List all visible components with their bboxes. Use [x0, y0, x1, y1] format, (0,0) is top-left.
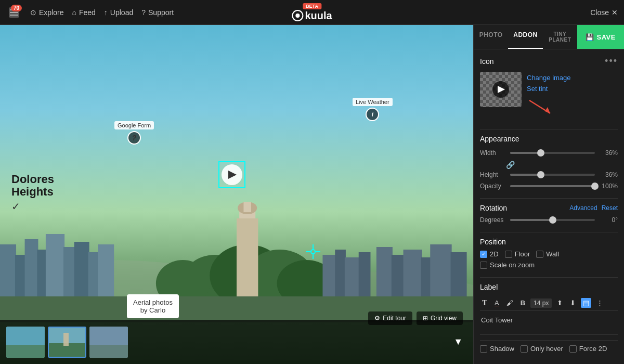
change-image-link[interactable]: Change image [527, 74, 571, 82]
more-options-button[interactable]: ••• [605, 56, 618, 67]
degrees-slider-row: Degrees 0° [480, 216, 618, 224]
advanced-link[interactable]: Advanced [569, 204, 597, 212]
tab-tiny-planet[interactable]: TINY PLANET [543, 25, 577, 49]
opacity-slider-fill [510, 185, 595, 187]
compass-icon: ⊙ [30, 8, 36, 17]
align-right-button[interactable]: ▤ [581, 298, 591, 308]
crosshair-control[interactable] [306, 244, 320, 259]
degrees-slider-thumb[interactable] [549, 216, 556, 224]
beta-badge: BETA [303, 3, 321, 9]
nav-support[interactable]: ? Support [141, 8, 174, 17]
svg-rect-43 [63, 333, 69, 346]
save-button[interactable]: 💾 SAVE [577, 25, 624, 49]
height-slider-fill [510, 174, 541, 176]
svg-rect-20 [237, 218, 258, 302]
font-size-display: 14 px [530, 298, 552, 308]
filmstrip-thumb-2[interactable] [48, 327, 86, 358]
opacity-slider[interactable] [510, 185, 595, 187]
tab-photo[interactable]: PHOTO [474, 25, 508, 49]
home-icon: ⌂ [72, 8, 76, 17]
rotation-actions: Advanced Reset [569, 204, 618, 212]
height-slider[interactable] [510, 174, 595, 176]
crosshair-icon [306, 244, 320, 259]
width-slider-row: Width 36% [480, 149, 618, 157]
checkbox-shadow[interactable]: Shadow [480, 345, 514, 353]
checkbox-only-hover-box[interactable] [521, 345, 528, 353]
app-logo: BETA kuula [292, 3, 332, 22]
nav-explore[interactable]: ⊙ Explore [30, 8, 63, 17]
annotation-google-form[interactable]: Google Form ? [114, 121, 154, 145]
play-button[interactable] [222, 164, 242, 185]
label-text-value[interactable]: Coit Tower [480, 314, 618, 326]
checkbox-only-hover[interactable]: Only hover [521, 345, 563, 353]
upload-icon: ↑ [104, 8, 108, 17]
height-slider-row: Height 36% [480, 171, 618, 178]
height-slider-thumb[interactable] [537, 171, 544, 178]
photo-label-box: Aerial photosby Carlo [127, 294, 179, 318]
width-slider[interactable] [510, 152, 595, 154]
logo-eye-icon [292, 10, 303, 21]
degrees-slider[interactable] [510, 219, 595, 221]
label-title: Label [480, 283, 618, 291]
checkbox-2d-label: 2D [490, 250, 499, 258]
checkbox-2d-box[interactable] [480, 251, 487, 258]
more-format-button[interactable]: ⋮ [594, 298, 605, 308]
font-color-button[interactable]: A [492, 298, 501, 308]
rotation-header: Rotation Advanced Reset [480, 204, 618, 212]
checkbox-scale-on-zoom[interactable]: Scale on zoom [480, 261, 618, 269]
notification-badge[interactable]: 70 [6, 5, 22, 20]
red-arrow-indicator [527, 98, 571, 121]
panorama-viewer[interactable]: Google Form ? Live Weather i DoloresHeig… [0, 25, 473, 364]
divider-5 [480, 334, 618, 335]
degrees-slider-fill [510, 219, 553, 221]
checkbox-floor-label: Floor [515, 250, 530, 258]
main-content: Google Form ? Live Weather i DoloresHeig… [0, 25, 624, 364]
close-button[interactable]: Close ✕ [590, 8, 618, 17]
width-slider-thumb[interactable] [537, 149, 544, 157]
tab-addon[interactable]: ADDON [508, 25, 542, 49]
video-annotation-coit-tower[interactable] [218, 161, 245, 188]
set-tint-link[interactable]: Set tint [527, 85, 571, 93]
annotation-label: Live Weather [353, 98, 393, 106]
location-name: DoloresHeights [11, 173, 54, 198]
filmstrip: ▼ [0, 320, 473, 364]
link-icon: 🔗 [506, 161, 515, 169]
checkbox-floor[interactable]: Floor [505, 250, 530, 258]
checkbox-floor-box[interactable] [505, 251, 512, 258]
nav-feed[interactable]: ⌂ Feed [72, 8, 95, 17]
checkbox-scale-label: Scale on zoom [490, 261, 535, 269]
bold-button[interactable]: B [518, 298, 527, 308]
icon-preview-box [480, 72, 522, 107]
nav-upload[interactable]: ↑ Upload [104, 8, 133, 17]
reset-link[interactable]: Reset [602, 204, 618, 212]
svg-rect-1 [10, 12, 18, 13]
align-middle-button[interactable]: ⬇ [568, 298, 578, 308]
checkbox-wall-box[interactable] [536, 251, 543, 258]
filmstrip-thumb-3[interactable] [89, 327, 128, 358]
annotation-label: Google Form [114, 121, 154, 129]
checkbox-scale-box[interactable] [480, 262, 487, 269]
height-label: Height [480, 171, 506, 178]
degrees-value: 0° [599, 216, 618, 224]
text-formatting-toolbar: T A 🖌 B 14 px ⬆ ⬇ ▤ ⋮ [480, 295, 618, 311]
city-landscape [0, 166, 473, 322]
scroll-down-button[interactable]: ▼ [453, 336, 463, 347]
annotation-live-weather[interactable]: Live Weather i [353, 98, 393, 121]
svg-rect-2 [10, 15, 18, 16]
align-top-button[interactable]: ⬆ [555, 298, 565, 308]
label-section: Label T A 🖌 B 14 px ⬆ ⬇ ▤ ⋮ Coit Tower [480, 283, 618, 326]
preview-play-icon [492, 81, 509, 98]
checkbox-force-2d[interactable]: Force 2D [569, 345, 607, 353]
bottom-checkboxes: Shadow Only hover Force 2D [480, 340, 618, 357]
opacity-label: Opacity [480, 183, 506, 190]
font-type-button[interactable]: T [480, 297, 489, 308]
checkbox-shadow-box[interactable] [480, 345, 487, 353]
checkbox-2d[interactable]: 2D [480, 250, 499, 258]
question-icon: ? [127, 131, 141, 145]
opacity-slider-thumb[interactable] [591, 183, 599, 190]
checkbox-wall[interactable]: Wall [536, 250, 559, 258]
check-icon: ✓ [11, 200, 54, 213]
background-color-button[interactable]: 🖌 [504, 298, 515, 308]
filmstrip-thumb-1[interactable] [6, 327, 45, 358]
checkbox-force-2d-box[interactable] [569, 345, 577, 353]
